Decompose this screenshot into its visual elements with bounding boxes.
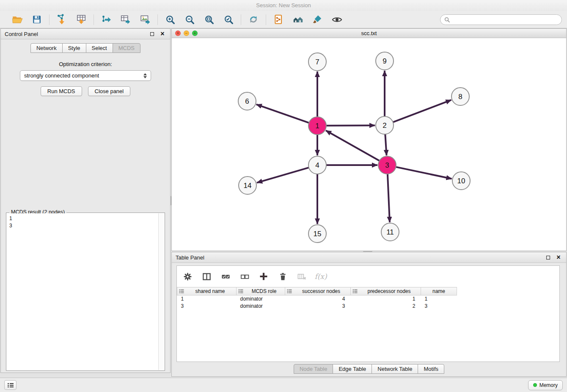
table-cell[interactable]: 3 <box>285 303 351 310</box>
zoom-in-button[interactable] <box>164 13 176 26</box>
edge-1-2[interactable] <box>326 125 375 126</box>
import-network-button[interactable] <box>55 13 68 26</box>
node-1[interactable]: 1 <box>308 117 326 135</box>
column-sort-icon <box>352 289 358 294</box>
column-header-shared-name[interactable]: shared name <box>177 287 237 295</box>
table-row[interactable]: 1dominator411 <box>177 295 560 303</box>
mcds-result-list[interactable]: 13 <box>7 213 158 370</box>
table-cell[interactable]: 3 <box>421 303 457 310</box>
zoom-selected-button[interactable] <box>222 13 235 26</box>
edge-3-11[interactable] <box>388 174 390 222</box>
node-9[interactable]: 9 <box>376 52 394 70</box>
window-minimize-button[interactable]: − <box>184 30 189 36</box>
split-panel-icon <box>202 272 212 282</box>
table-cell[interactable]: 1 <box>351 295 421 303</box>
edge-3-10[interactable] <box>396 167 452 179</box>
control-panel-close-button[interactable]: × <box>159 30 166 38</box>
refresh-button[interactable] <box>247 13 260 26</box>
node-3[interactable]: 3 <box>378 156 396 174</box>
window-title: Session: New Session <box>0 0 567 11</box>
network-canvas[interactable]: 7968124314101511 <box>172 38 566 251</box>
tab-mcds[interactable]: MCDS <box>113 43 140 53</box>
node-14[interactable]: 14 <box>239 177 256 194</box>
select-all-button[interactable] <box>220 271 231 282</box>
edge-3-1[interactable] <box>326 130 380 160</box>
apply-style-button[interactable] <box>311 13 324 26</box>
edge-2-3[interactable] <box>385 134 386 155</box>
table-cell[interactable]: dominator <box>237 303 285 310</box>
tab-motifs[interactable]: Motifs <box>418 364 444 374</box>
import-table-button[interactable] <box>75 13 88 26</box>
node-15[interactable]: 15 <box>308 225 326 243</box>
node-2[interactable]: 2 <box>376 116 394 134</box>
table-cell[interactable]: dominator <box>237 295 285 303</box>
task-history-button[interactable] <box>4 380 17 390</box>
delete-button[interactable] <box>277 271 288 282</box>
edge-2-8[interactable] <box>393 100 451 122</box>
vertical-splitter-handle[interactable] <box>170 196 171 205</box>
search-input[interactable] <box>452 17 558 23</box>
tab-network[interactable]: Network <box>30 43 63 53</box>
column-sort-icon <box>287 289 292 294</box>
tab-style[interactable]: Style <box>62 43 86 53</box>
node-7[interactable]: 7 <box>308 53 326 71</box>
zoom-out-button[interactable] <box>183 13 196 26</box>
import-network-icon <box>56 14 67 25</box>
show-details-button[interactable] <box>330 13 343 26</box>
criterion-dropdown[interactable]: strongly connected component <box>20 70 151 81</box>
tab-network-table[interactable]: Network Table <box>372 364 418 374</box>
tab-node-table[interactable]: Node Table <box>294 364 333 374</box>
save-session-button[interactable] <box>30 13 43 26</box>
edge-1-6[interactable] <box>256 105 309 123</box>
column-header-name[interactable]: name <box>421 287 457 295</box>
table-cell[interactable]: 4 <box>285 295 351 303</box>
open-session-button[interactable] <box>11 13 24 26</box>
table-settings-button[interactable] <box>182 271 193 282</box>
node-4[interactable]: 4 <box>308 156 326 174</box>
table-cell[interactable]: 1 <box>177 295 237 303</box>
overview-button[interactable] <box>292 13 304 26</box>
window-zoom-button[interactable]: + <box>192 30 198 36</box>
deselect-all-button[interactable] <box>239 271 250 282</box>
export-image-button[interactable] <box>139 13 151 26</box>
mcds-result-box: MCDS result (2 nodes) 13 <box>6 213 165 371</box>
close-icon: × <box>556 254 560 261</box>
network-window-titlebar[interactable]: × − + scc.txt <box>172 29 566 38</box>
mcds-result-item[interactable]: 3 <box>9 222 155 229</box>
node-8[interactable]: 8 <box>451 88 469 105</box>
network-canvas-area[interactable]: 7968124314101511 <box>172 38 566 251</box>
tab-select[interactable]: Select <box>86 43 113 53</box>
edge-4-14[interactable] <box>257 168 309 183</box>
run-mcds-button[interactable]: Run MCDS <box>41 86 82 96</box>
tab-edge-table[interactable]: Edge Table <box>333 364 372 374</box>
column-header-predecessor-nodes[interactable]: predecessor nodes <box>351 287 421 295</box>
node-11[interactable]: 11 <box>381 223 399 241</box>
export-network-button[interactable] <box>100 13 113 26</box>
table-cell[interactable]: 3 <box>177 303 237 310</box>
table-row[interactable]: 3dominator323 <box>177 303 560 310</box>
search-field[interactable] <box>440 14 562 25</box>
float-icon <box>150 32 154 36</box>
split-panel-button[interactable] <box>201 271 212 282</box>
svg-text:11: 11 <box>386 228 394 236</box>
node-6[interactable]: 6 <box>238 92 256 110</box>
zoom-fit-button[interactable] <box>203 13 215 26</box>
float-panel-button[interactable] <box>148 30 156 38</box>
delete-column-icon <box>297 272 307 282</box>
result-scrollbar[interactable] <box>158 213 164 370</box>
table-panel-close-button[interactable]: × <box>555 254 562 261</box>
node-10[interactable]: 10 <box>452 172 470 190</box>
table-float-panel-button[interactable] <box>544 254 552 261</box>
close-panel-button[interactable]: Close panel <box>88 86 131 96</box>
window-close-button[interactable]: × <box>175 30 181 36</box>
mcds-result-item[interactable]: 1 <box>9 215 155 222</box>
add-column-button[interactable] <box>258 271 269 282</box>
zoom-in-icon <box>165 14 176 25</box>
table-cell[interactable]: 1 <box>421 295 457 303</box>
clone-network-button[interactable] <box>272 13 285 26</box>
column-header-mcds-role[interactable]: MCDS role <box>237 287 285 295</box>
table-cell[interactable]: 2 <box>351 303 421 310</box>
export-table-button[interactable] <box>119 13 132 26</box>
column-header-successor-nodes[interactable]: successor nodes <box>285 287 351 295</box>
memory-button[interactable]: Memory <box>528 380 563 390</box>
